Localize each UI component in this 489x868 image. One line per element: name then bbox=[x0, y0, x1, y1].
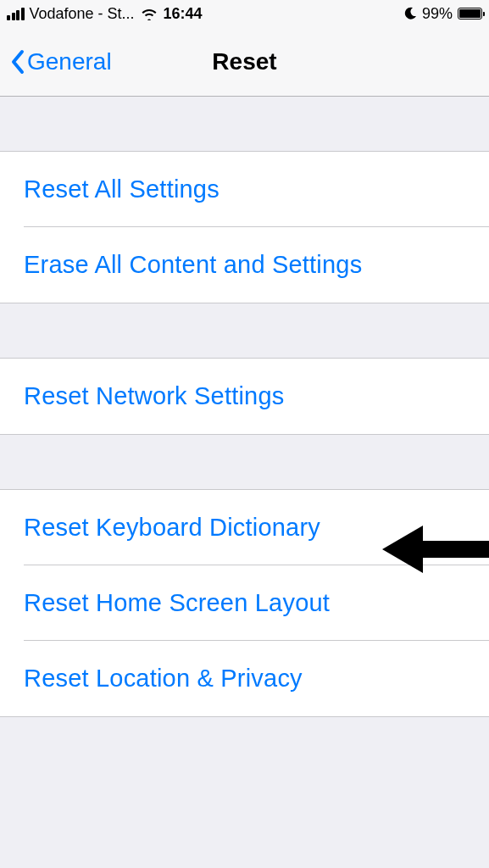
reset-network-settings[interactable]: Reset Network Settings bbox=[0, 359, 489, 434]
erase-all-content[interactable]: Erase All Content and Settings bbox=[0, 227, 489, 303]
row-label: Reset Home Screen Layout bbox=[24, 589, 330, 616]
section-3: Reset Keyboard Dictionary Reset Home Scr… bbox=[0, 489, 489, 717]
cellular-signal-icon bbox=[7, 8, 25, 20]
reset-location-privacy[interactable]: Reset Location & Privacy bbox=[0, 641, 489, 716]
status-left: Vodafone - St... 16:44 bbox=[7, 5, 203, 23]
row-label: Erase All Content and Settings bbox=[24, 251, 362, 278]
status-time: 16:44 bbox=[164, 5, 203, 23]
battery-icon bbox=[458, 8, 482, 19]
battery-percent: 99% bbox=[422, 5, 453, 23]
row-label: Reset Location & Privacy bbox=[24, 665, 303, 692]
reset-home-screen-layout[interactable]: Reset Home Screen Layout bbox=[0, 565, 489, 641]
page-title: Reset bbox=[212, 48, 276, 75]
status-right: 99% bbox=[403, 5, 482, 23]
content: Reset All Settings Erase All Content and… bbox=[0, 97, 489, 717]
back-label: General bbox=[27, 48, 112, 75]
chevron-left-icon bbox=[10, 48, 25, 75]
back-button[interactable]: General bbox=[10, 48, 112, 75]
reset-all-settings[interactable]: Reset All Settings bbox=[0, 152, 489, 227]
row-label: Reset Keyboard Dictionary bbox=[24, 514, 320, 541]
do-not-disturb-icon bbox=[403, 7, 417, 20]
reset-keyboard-dictionary[interactable]: Reset Keyboard Dictionary bbox=[0, 490, 489, 565]
row-label: Reset Network Settings bbox=[24, 382, 284, 409]
carrier-label: Vodafone - St... bbox=[30, 5, 135, 23]
nav-bar: General Reset bbox=[0, 27, 489, 97]
status-bar: Vodafone - St... 16:44 99% bbox=[0, 0, 489, 27]
wifi-icon bbox=[140, 7, 158, 20]
section-1: Reset All Settings Erase All Content and… bbox=[0, 151, 489, 303]
section-2: Reset Network Settings bbox=[0, 358, 489, 435]
row-label: Reset All Settings bbox=[24, 175, 219, 203]
